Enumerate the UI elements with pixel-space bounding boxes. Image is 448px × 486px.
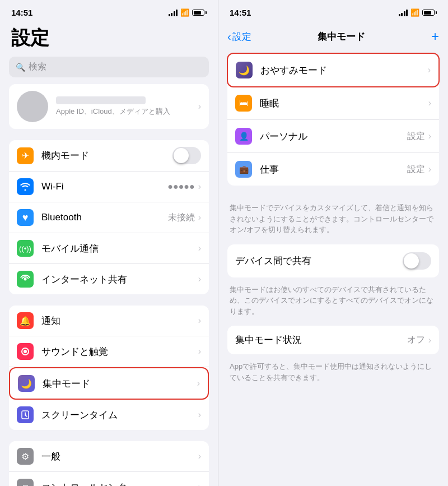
wifi-label: Wi-Fi (41, 181, 167, 192)
general-chevron: › (198, 451, 201, 461)
nav-back-button[interactable]: ‹ 設定 (227, 30, 251, 43)
sleep-chevron: › (428, 98, 431, 108)
right-panel: 14:51 📶 ‹ 設定 集中モード + (218, 0, 448, 486)
share-description: 集中モードはお使いのすべてのデバイスで共有されているため、このデバイスでオンにす… (227, 281, 439, 326)
bluetooth-item[interactable]: ♥ Bluetooth 未接続 › (9, 202, 209, 233)
status-label: 集中モード状況 (235, 334, 407, 346)
sleep-item[interactable]: 🛏 睡眠 › (227, 87, 439, 120)
mobile-chevron: › (198, 243, 201, 253)
sound-chevron: › (198, 346, 201, 357)
wifi-icon-item (17, 178, 34, 195)
focus-info-text: 集中モードでデバイスをカスタマイズして、着信と通知を知らされないようにすることが… (227, 197, 439, 244)
mobile-item[interactable]: ((•)) モバイル通信 › (9, 233, 209, 264)
chevron-icon: › (198, 101, 201, 112)
screentime-item[interactable]: スクリーンタイム › (9, 400, 209, 430)
personal-icon: 👤 (235, 128, 252, 145)
focus-mode-card: 🌙 おやすみモード › 🛏 睡眠 › 👤 パーソナル 設定 › 💼 仕事 設定 … (227, 53, 439, 186)
profile-item[interactable]: Apple ID、iCloud、メディアと購入 › (9, 84, 209, 129)
airplane-item[interactable]: ✈ 機内モード (9, 140, 209, 172)
notification-icon: 🔔 (17, 312, 34, 329)
signal-icon (169, 10, 178, 16)
notification-item[interactable]: 🔔 通知 › (9, 306, 209, 336)
left-status-bar: 14:51 📶 (0, 0, 218, 21)
nav-back-chevron-icon: ‹ (227, 30, 231, 43)
wifi-icon: 📶 (180, 8, 189, 17)
profile-subtitle: Apple ID、iCloud、メディアと購入 (56, 107, 198, 117)
settings-list: Apple ID、iCloud、メディアと購入 › ✈ 機内モード (0, 84, 218, 486)
avatar (17, 91, 48, 122)
airplane-toggle[interactable] (172, 147, 201, 164)
share-item: デバイス間で共有 (227, 244, 439, 277)
work-label: 仕事 (260, 163, 407, 176)
right-signal-icon (399, 10, 408, 16)
control-center-item[interactable]: ⊞ コントロールセンター › (9, 472, 209, 486)
search-bar[interactable]: 🔍 検索 (9, 57, 209, 77)
personal-label: パーソナル (260, 130, 407, 143)
sound-label: サウンドと触覚 (41, 345, 198, 358)
status-value: オフ (407, 334, 425, 346)
share-section-card: デバイス間で共有 (227, 244, 439, 277)
svg-point-0 (24, 278, 27, 281)
screentime-icon (17, 406, 34, 423)
right-content: 🌙 おやすみモード › 🛏 睡眠 › 👤 パーソナル 設定 › 💼 仕事 設定 … (218, 49, 448, 486)
general-card: ⚙ 一般 › ⊞ コントロールセンター › (9, 441, 209, 486)
hotspot-chevron: › (198, 274, 201, 284)
nav-plus-button[interactable]: + (431, 29, 439, 44)
personal-chevron: › (428, 131, 431, 141)
oyasumi-icon: 🌙 (236, 62, 253, 78)
search-placeholder: 検索 (29, 61, 46, 73)
profile-name (56, 96, 146, 104)
notification-card: 🔔 通知 › サウンドと触覚 › 🌙 集中モ (9, 306, 209, 430)
bluetooth-value: 未接続 (168, 212, 195, 224)
hotspot-item[interactable]: インターネット共有 › (9, 264, 209, 294)
work-item[interactable]: 💼 仕事 設定 › (227, 153, 439, 186)
focus-label: 集中モード (43, 377, 197, 390)
oyasumi-item[interactable]: 🌙 おやすみモード › (227, 53, 440, 87)
wifi-item[interactable]: Wi-Fi ●●●●● › (9, 172, 209, 202)
mobile-icon: ((•)) (17, 240, 34, 257)
work-icon: 💼 (235, 161, 252, 178)
airplane-label: 機内モード (41, 149, 172, 162)
sleep-icon: 🛏 (235, 95, 252, 112)
notification-chevron: › (198, 316, 201, 326)
bluetooth-chevron: › (198, 212, 201, 223)
status-description: Appで許可すると、集中モード使用中は通知されないようにしていることを共有できま… (227, 358, 439, 392)
right-status-time: 14:51 (230, 8, 251, 17)
sleep-label: 睡眠 (260, 97, 428, 110)
svg-point-1 (24, 350, 27, 353)
network-card: ✈ 機内モード Wi-Fi ●●●●● › (9, 140, 209, 294)
search-icon: 🔍 (16, 63, 25, 72)
wifi-chevron: › (198, 182, 201, 192)
share-toggle[interactable] (403, 252, 431, 270)
oyasumi-label: おやすみモード (260, 64, 428, 77)
control-center-icon: ⊞ (17, 479, 34, 486)
work-chevron: › (428, 164, 431, 174)
hotspot-label: インターネット共有 (41, 273, 198, 286)
focus-item[interactable]: 🌙 集中モード › (9, 367, 209, 400)
control-center-chevron: › (198, 482, 201, 486)
notification-section: 🔔 通知 › サウンドと触覚 › 🌙 集中モ (9, 306, 209, 430)
general-section: ⚙ 一般 › ⊞ コントロールセンター › (9, 441, 209, 486)
personal-item[interactable]: 👤 パーソナル 設定 › (227, 120, 439, 153)
profile-info: Apple ID、iCloud、メディアと購入 (56, 96, 198, 117)
profile-section: Apple ID、iCloud、メディアと購入 › (9, 84, 209, 129)
notification-label: 通知 (41, 314, 198, 327)
status-chevron: › (428, 335, 431, 345)
control-center-label: コントロールセンター (41, 481, 198, 487)
focus-chevron: › (197, 378, 200, 388)
right-status-icons: 📶 (399, 8, 437, 17)
airplane-icon: ✈ (17, 147, 34, 164)
bluetooth-label: Bluetooth (41, 212, 168, 223)
network-section: ✈ 機内モード Wi-Fi ●●●●● › (9, 140, 209, 294)
page-title: 設定 (0, 21, 218, 57)
nav-bar: ‹ 設定 集中モード + (218, 21, 448, 49)
screentime-label: スクリーンタイム (41, 409, 198, 422)
sound-item[interactable]: サウンドと触覚 › (9, 336, 209, 367)
left-panel: 14:51 📶 設定 🔍 検索 (0, 0, 218, 486)
nav-title: 集中モード (251, 30, 431, 43)
share-label: デバイス間で共有 (235, 254, 403, 267)
left-status-icons: 📶 (169, 8, 207, 17)
general-item[interactable]: ⚙ 一般 › (9, 441, 209, 472)
status-item[interactable]: 集中モード状況 オフ › (227, 326, 439, 354)
right-battery-icon (422, 10, 437, 16)
